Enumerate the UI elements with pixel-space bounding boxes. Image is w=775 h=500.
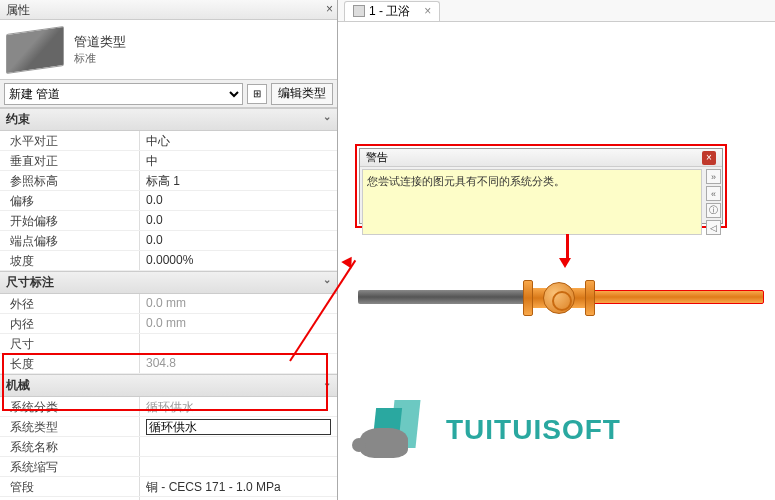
fitting-valve-icon: [543, 282, 575, 314]
group-constraints[interactable]: 约束⌄: [0, 108, 337, 131]
warning-expand-less-icon[interactable]: «: [706, 186, 721, 201]
warning-dialog: 警告 × 您尝试连接的图元具有不同的系统分类。 » « ⓘ ◁: [359, 148, 723, 224]
prop-row: 外径0.0 mm: [0, 294, 337, 314]
flange-left-icon: [523, 280, 533, 316]
prop-row: 内径0.0 mm: [0, 314, 337, 334]
prop-row: 垂直对正中: [0, 151, 337, 171]
warning-info-icon[interactable]: ⓘ: [706, 203, 721, 218]
family-thumbnail-icon: [6, 25, 64, 73]
pipe-assembly: [358, 278, 764, 318]
panel-close-icon[interactable]: ×: [326, 2, 333, 16]
chevron-icon: ⌄: [323, 274, 331, 285]
group-mechanical[interactable]: 机械⌄: [0, 374, 337, 397]
prop-row: 长度304.8: [0, 354, 337, 374]
type-selector-dropdown[interactable]: 新建 管道: [4, 83, 243, 105]
panel-header: 属性 ×: [0, 0, 337, 20]
type-selector-bar: 新建 管道 ⊞ 编辑类型: [0, 80, 337, 108]
family-selector[interactable]: 管道类型 标准: [0, 20, 337, 80]
prop-row: 尺寸: [0, 334, 337, 354]
filter-icon[interactable]: ⊞: [247, 84, 267, 104]
prop-row: 系统缩写: [0, 457, 337, 477]
annotation-highlight-warning: 警告 × 您尝试连接的图元具有不同的系统分类。 » « ⓘ ◁: [355, 144, 727, 228]
view-tab[interactable]: 1 - 卫浴 ×: [344, 1, 440, 21]
warning-speaker-icon[interactable]: ◁: [706, 220, 721, 235]
prop-row: 水平对正中心: [0, 131, 337, 151]
system-type-input[interactable]: [146, 419, 331, 435]
warning-message: 您尝试连接的图元具有不同的系统分类。: [362, 169, 702, 235]
prop-row: 参照标高标高 1: [0, 171, 337, 191]
prop-row: 端点偏移0.0: [0, 231, 337, 251]
warning-title: 警告: [366, 150, 388, 165]
group-dimensions[interactable]: 尺寸标注⌄: [0, 271, 337, 294]
logo-text: TUITUISOFT: [446, 414, 621, 446]
view-tab-label: 1 - 卫浴: [369, 3, 410, 20]
warning-close-icon[interactable]: ×: [702, 151, 716, 165]
prop-row: 管段铜 - CECS 171 - 1.0 MPa: [0, 477, 337, 497]
family-type: 标准: [74, 51, 126, 66]
pipe-fitting[interactable]: [523, 278, 595, 318]
prop-row: 偏移0.0: [0, 191, 337, 211]
prop-row: 开始偏移0.0: [0, 211, 337, 231]
properties-panel: 属性 × 管道类型 标准 新建 管道 ⊞ 编辑类型 约束⌄ 水平对正中心 垂直对…: [0, 0, 338, 500]
view-tab-icon: [353, 5, 365, 17]
chevron-icon: ⌄: [323, 377, 331, 388]
panel-title: 属性: [6, 3, 30, 17]
edit-type-button[interactable]: 编辑类型: [271, 83, 333, 105]
prop-row-system-classification: 系统分类循环供水: [0, 397, 337, 417]
pipe-segment-left[interactable]: [358, 290, 528, 304]
warning-expand-more-icon[interactable]: »: [706, 169, 721, 184]
prop-row: 坡度0.0000%: [0, 251, 337, 271]
tab-close-icon[interactable]: ×: [424, 4, 431, 18]
watermark-logo: TUITUISOFT: [360, 400, 621, 460]
family-name: 管道类型: [74, 33, 126, 51]
prop-row: 系统名称: [0, 437, 337, 457]
prop-row-system-type: 系统类型: [0, 417, 337, 437]
flange-right-icon: [585, 280, 595, 316]
properties-list[interactable]: 约束⌄ 水平对正中心 垂直对正中 参照标高标高 1 偏移0.0 开始偏移0.0 …: [0, 108, 337, 500]
logo-mark-icon: [360, 400, 432, 460]
view-tab-strip: 1 - 卫浴 ×: [338, 0, 775, 22]
chevron-icon: ⌄: [323, 111, 331, 122]
pipe-segment-right[interactable]: [589, 290, 764, 304]
